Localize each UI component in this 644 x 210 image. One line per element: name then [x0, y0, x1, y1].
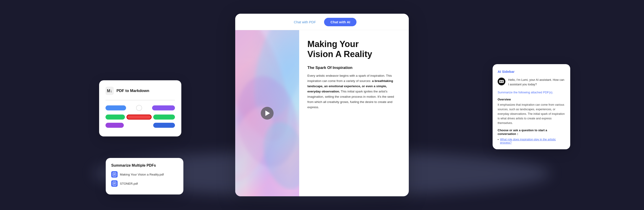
tab-bar: Chat with PDF Chat with AI — [235, 14, 409, 30]
play-button[interactable] — [261, 107, 274, 120]
pdf-title: Making YourVision A Reality — [308, 39, 400, 59]
node-row-1 — [106, 104, 175, 112]
pdf-icon-2 — [111, 180, 118, 187]
ai-avatar — [498, 78, 506, 85]
summarize-title: Summarize Multiple PDFs — [111, 164, 178, 168]
pdf-file-icon-svg-2 — [112, 182, 116, 186]
ai-overview-section: Overview It emphasizes that inspiration … — [498, 98, 565, 125]
connector-svg — [132, 104, 146, 112]
node-pill-blue — [106, 106, 126, 110]
svg-point-17 — [500, 81, 501, 82]
node-diagram — [106, 104, 175, 128]
tab-chat-pdf[interactable]: Chat with PDF — [288, 18, 322, 26]
ai-suggestion-link[interactable]: What role does inspiration play in the a… — [500, 138, 565, 144]
ai-greeting-text: Hello, I'm Lumi, your AI assistant. How … — [508, 78, 565, 86]
ai-sidebar-card: AI Sidebar Hello, I'm Lumi, your AI assi… — [492, 64, 570, 149]
tab-chat-ai[interactable]: Chat with AI — [324, 18, 356, 26]
pdf-file-item-2: STONER.pdf — [111, 180, 178, 187]
ai-avatar-icon — [499, 80, 504, 83]
node-pill-red — [126, 114, 152, 120]
scene: Chat with PDF Chat with AI — [0, 0, 644, 210]
pdf-text-panel: Making YourVision A Reality The Spark Of… — [299, 30, 409, 196]
ai-overview-text: It emphasizes that inspiration can come … — [498, 102, 565, 125]
ai-cta-label: Choose or ask a question to start a conv… — [498, 128, 565, 136]
pdf-image-panel — [235, 30, 299, 196]
main-pdf-card: Chat with PDF Chat with AI — [235, 14, 409, 196]
ai-overview-label: Overview — [498, 98, 565, 101]
play-icon — [265, 110, 270, 116]
ai-sidebar-header: AI Sidebar — [498, 70, 565, 74]
pdf-body: Every artistic endeavor begins with a sp… — [308, 73, 400, 110]
node-row-3 — [106, 123, 175, 128]
pdf-file-name-1: Making Your Vision a Reality.pdf — [120, 173, 164, 176]
summarize-card: Summarize Multiple PDFs Making Your Visi… — [106, 158, 184, 194]
node-pill-purple-sm — [106, 123, 124, 128]
divider — [106, 100, 175, 100]
node-pill-purple — [152, 106, 175, 110]
ai-suggestion-row: • What role does inspiration play in the… — [498, 138, 565, 144]
node-row-2 — [106, 114, 175, 120]
pdf-file-item-1: Making Your Vision a Reality.pdf — [111, 171, 178, 178]
svg-point-5 — [136, 105, 142, 111]
node-pill-green-r — [153, 114, 175, 120]
markdown-header: M↓ PDF to Markdown — [106, 87, 175, 95]
ai-greeting-row: Hello, I'm Lumi, your AI assistant. How … — [498, 78, 565, 86]
svg-point-18 — [502, 81, 503, 82]
pdf-file-name-2: STONER.pdf — [120, 182, 138, 185]
pdf-file-icon-svg — [112, 172, 116, 176]
pdf-section-title: The Spark Of Inspiration — [308, 66, 400, 70]
markdown-card: M↓ PDF to Markdown — [99, 80, 181, 136]
node-pill-green-l — [106, 114, 125, 120]
pdf-icon-1 — [111, 171, 118, 178]
bullet: • — [498, 138, 499, 141]
ai-user-prompt: Summarize the following attached PDF(s). — [498, 90, 565, 94]
card-content: Making YourVision A Reality The Spark Of… — [235, 30, 409, 196]
markdown-icon: M↓ — [106, 87, 114, 95]
markdown-title: PDF to Markdown — [116, 88, 149, 93]
node-pill-blue-dark — [153, 123, 175, 128]
